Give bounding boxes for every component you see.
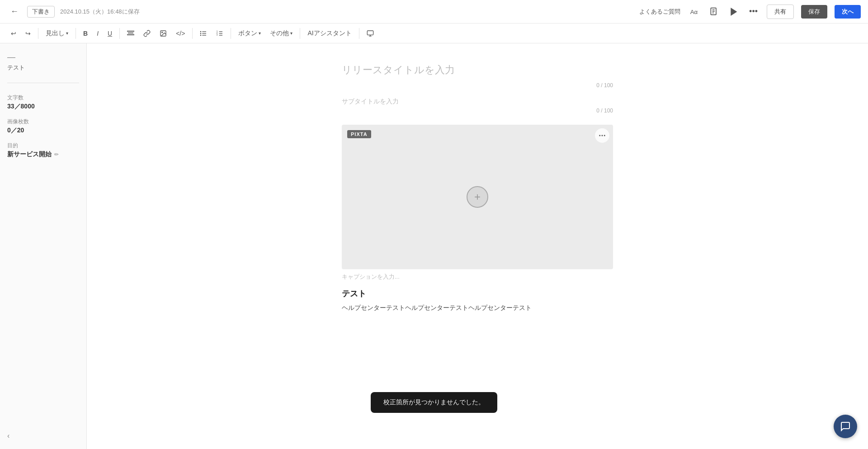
italic-button[interactable]: I [93, 28, 102, 39]
editor-area: リリースタイトルを入力 0 / 100 サブタイトルを入力 0 / 100 PI… [87, 43, 868, 449]
more-horiz-icon [598, 131, 606, 140]
list-ordered-button[interactable]: 123 [212, 28, 227, 39]
caption-placeholder[interactable]: キャプションを入力... [342, 273, 613, 281]
link-button[interactable] [140, 28, 154, 39]
chat-icon [840, 421, 851, 432]
button-tool-chevron: ▾ [259, 31, 261, 36]
subtitle-placeholder[interactable]: サブタイトルを入力 [342, 96, 613, 108]
align-icon [127, 30, 134, 37]
sidebar-goal-row: 新サービス開始 ✏ [7, 150, 79, 159]
list-bullet-button[interactable] [196, 28, 211, 39]
draft-badge[interactable]: 下書き [27, 6, 55, 18]
other-chevron: ▾ [290, 31, 292, 36]
header-right: よくあるご質問 Aα ••• 共有 保存 次へ [639, 5, 861, 19]
toolbar-divider-7 [359, 28, 359, 39]
other-button[interactable]: その他 ▾ [266, 28, 296, 39]
svg-rect-23 [367, 31, 373, 35]
display-button[interactable] [363, 28, 377, 39]
goal-edit-button[interactable]: ✏ [54, 151, 59, 158]
play-icon [729, 7, 738, 16]
chat-fab-button[interactable] [834, 415, 857, 438]
content-heading: テスト [342, 288, 613, 299]
toast-notification: 校正箇所が見つかりませんでした。 [371, 392, 497, 413]
faq-link[interactable]: よくあるご質問 [639, 8, 680, 16]
toolbar-divider-4 [192, 28, 193, 39]
heading-chevron: ▾ [66, 31, 68, 36]
main-layout: — テスト 文字数 33／8000 画像枚数 0／20 目的 新サービス開始 ✏… [0, 43, 868, 449]
pixta-badge: PIXTA [347, 130, 371, 138]
image-block[interactable]: PIXTA + [342, 125, 613, 269]
list-ordered-icon: 123 [216, 30, 223, 37]
list-bullet-icon [200, 30, 207, 37]
svg-text:Aα: Aα [690, 9, 698, 15]
play-icon-btn[interactable] [727, 5, 740, 18]
button-tool-button[interactable]: ボタン ▾ [235, 28, 264, 39]
document-icon [709, 7, 718, 16]
toolbar-divider-5 [231, 28, 231, 39]
link-icon [143, 30, 151, 37]
undo-button[interactable]: ↩ [7, 28, 20, 39]
save-button[interactable]: 保存 [801, 5, 827, 19]
subtitle-input-area[interactable]: サブタイトルを入力 [342, 96, 613, 108]
back-button[interactable]: ← [7, 5, 22, 19]
header: ← 下書き 2024.10.15（火）16:48に保存 よくあるご質問 Aα •… [0, 0, 868, 23]
ai-assistant-button[interactable]: AIアシスタント [304, 28, 355, 39]
align-button[interactable] [123, 28, 138, 39]
sidebar-goal-section: 目的 新サービス開始 ✏ [7, 142, 79, 159]
svg-rect-8 [127, 34, 134, 35]
svg-point-26 [599, 135, 600, 136]
image-icon [160, 30, 167, 37]
toolbar-divider-2 [75, 28, 76, 39]
svg-rect-6 [127, 31, 134, 32]
underline-button[interactable]: U [104, 28, 116, 39]
header-left: ← 下書き 2024.10.15（火）16:48に保存 [7, 5, 639, 19]
svg-point-16 [201, 35, 201, 35]
redo-button[interactable]: ↪ [22, 28, 34, 39]
title-input-area[interactable]: リリースタイトルを入力 [342, 61, 613, 79]
image-menu-button[interactable] [595, 128, 609, 143]
share-button[interactable]: 共有 [767, 5, 794, 19]
sidebar-divider-1 [7, 83, 79, 83]
sidebar-collapse-button[interactable]: ‹ [7, 432, 9, 440]
svg-rect-7 [128, 33, 133, 33]
toolbar: ↩ ↪ 見出し ▾ B I U </> 123 ボタン ▾ その他 ▾ AIアシ… [0, 23, 868, 43]
title-placeholder[interactable]: リリースタイトルを入力 [342, 61, 613, 79]
add-image-button[interactable]: + [467, 186, 488, 208]
toolbar-divider-1 [38, 28, 38, 39]
content-body: ヘルプセンターテストヘルプセンターテストヘルプセンターテスト [342, 303, 613, 313]
more-icon-btn[interactable]: ••• [747, 5, 760, 18]
sidebar-dash: — テスト [7, 52, 79, 72]
sidebar: — テスト 文字数 33／8000 画像枚数 0／20 目的 新サービス開始 ✏… [0, 43, 87, 449]
saved-text: 2024.10.15（火）16:48に保存 [60, 8, 140, 16]
display-icon [367, 30, 374, 37]
font-icon-btn[interactable]: Aα [688, 5, 700, 18]
image-button[interactable] [156, 28, 170, 39]
font-icon: Aα [689, 7, 698, 16]
svg-point-15 [201, 33, 201, 33]
next-button[interactable]: 次へ [835, 5, 861, 19]
subtitle-char-count: 0 / 100 [342, 108, 613, 114]
toolbar-divider-3 [119, 28, 120, 39]
toolbar-divider-6 [300, 28, 300, 39]
document-icon-btn[interactable] [708, 5, 720, 18]
svg-point-27 [602, 135, 603, 136]
bold-button[interactable]: B [80, 28, 91, 39]
sidebar-char-count-section: 文字数 33／8000 [7, 94, 79, 111]
plus-icon: + [474, 191, 481, 203]
svg-marker-5 [731, 8, 736, 15]
code-button[interactable]: </> [172, 28, 189, 39]
svg-point-28 [604, 135, 605, 136]
svg-point-14 [201, 31, 201, 32]
editor-content: リリースタイトルを入力 0 / 100 サブタイトルを入力 0 / 100 PI… [342, 61, 613, 431]
svg-point-10 [162, 32, 163, 33]
sidebar-image-count-section: 画像枚数 0／20 [7, 118, 79, 135]
svg-text:3: 3 [217, 34, 218, 36]
title-char-count: 0 / 100 [342, 82, 613, 89]
heading-button[interactable]: 見出し ▾ [42, 28, 72, 39]
